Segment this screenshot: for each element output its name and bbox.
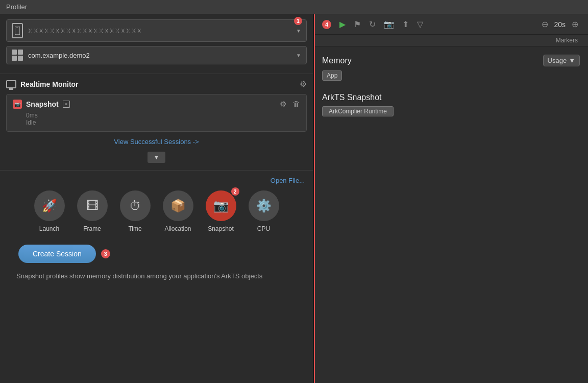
description-text: Snapshot profiles show memory distributi… — [8, 271, 305, 281]
frame-label: Frame — [83, 225, 101, 232]
toolbar-badge: 4 — [322, 20, 331, 29]
monitor-icon — [6, 80, 16, 88]
snapshot-time: 0ms — [26, 112, 300, 119]
allocation-icon: 📦 — [163, 190, 193, 221]
time-control: ⊖ 20s ⊕ — [540, 19, 580, 30]
arkts-section: ArkTS Snapshot ArkComplier Runtime — [322, 93, 580, 116]
app-badge-label: App — [322, 70, 342, 81]
allocation-label: Allocation — [164, 225, 191, 232]
dropdown-button[interactable]: ▼ — [148, 152, 166, 163]
memory-title: Memory — [322, 56, 352, 65]
markers-row: Markers — [314, 35, 588, 46]
view-sessions-link[interactable]: View Successful Sessions -> — [6, 138, 307, 146]
refresh-icon[interactable]: ↻ — [367, 18, 378, 30]
memory-section: Memory Usage ▼ App — [322, 55, 580, 81]
frame-icon: 🎞 — [77, 190, 108, 221]
open-file-link[interactable]: Open File... — [271, 177, 305, 184]
snapshot-profile-label: Snapshot — [208, 225, 234, 232]
snapshot-row: 📷 Snapshot ≡ ⚙ 🗑 — [13, 100, 300, 109]
profile-item-time[interactable]: ⏱ Time — [120, 190, 151, 232]
device-icon — [12, 23, 23, 38]
snapshot-settings-icon[interactable]: ⚙ — [280, 100, 286, 109]
cpu-icon: ⚙️ — [249, 190, 279, 221]
dropdown-btn-row: ▼ — [6, 152, 307, 163]
snapshot-item: 📷 Snapshot ≡ ⚙ 🗑 0ms Idle — [6, 94, 307, 132]
cpu-label: CPU — [257, 225, 270, 232]
filter-icon[interactable]: ▽ — [415, 18, 425, 30]
app-icon — [12, 50, 23, 61]
left-panel: XXXXXXXXXXXXXXXXXXXXX ▼ 1 com.example.de… — [0, 14, 314, 383]
arkts-badge: ArkComplier Runtime — [322, 106, 394, 116]
profile-item-allocation[interactable]: 📦 Allocation — [163, 190, 193, 232]
snapshot-left: 📷 Snapshot ≡ — [13, 100, 70, 109]
snapshot-camera-icon: 📷 — [13, 100, 22, 109]
realtime-header: Realtime Monitor ⚙ — [6, 79, 307, 89]
create-session-button[interactable]: Create Session — [18, 245, 96, 263]
flag-icon[interactable]: ⚑ — [352, 18, 363, 30]
toolbar: 4 ▶ ⚑ ↻ 📷 ⬆ ▽ ⊖ 20s ⊕ — [314, 14, 588, 35]
snapshot-meta: 0ms Idle — [13, 112, 300, 126]
profile-item-snapshot[interactable]: 📷 Snapshot 2 — [206, 190, 236, 232]
app-badge: App — [322, 70, 580, 81]
app-title: Profiler — [6, 3, 27, 11]
launch-icon: 🚀 — [34, 190, 65, 221]
app-chevron-icon: ▼ — [296, 53, 301, 58]
snapshot-actions: ⚙ 🗑 — [280, 100, 300, 109]
snapshot-delete-icon[interactable]: 🗑 — [292, 100, 300, 109]
time-icon: ⏱ — [120, 190, 151, 221]
profile-section: Open File... 🚀 Launch 🎞 Frame ⏱ Time 📦 — [0, 171, 313, 383]
svg-rect-1 — [16, 28, 18, 28]
play-icon[interactable]: ▶ — [337, 18, 348, 30]
timeline-area: Memory Usage ▼ App ArkTS Snapshot ArkCom… — [314, 46, 588, 383]
device-chevron-icon: ▼ — [296, 28, 301, 34]
camera-icon[interactable]: 📷 — [382, 18, 396, 30]
profile-item-launch[interactable]: 🚀 Launch — [34, 190, 65, 232]
time-value: 20s — [554, 20, 566, 29]
snapshot-doc-icon: ≡ — [63, 101, 70, 108]
snapshot-status: Idle — [26, 119, 300, 126]
right-panel: 4 ▶ ⚑ ↻ 📷 ⬆ ▽ ⊖ 20s ⊕ Markers Memory — [314, 14, 588, 383]
launch-label: Launch — [39, 225, 59, 232]
timeline-separator — [314, 14, 315, 383]
usage-chevron-icon: ▼ — [569, 57, 575, 64]
realtime-title-text: Realtime Monitor — [20, 80, 79, 88]
memory-header: Memory Usage ▼ — [322, 55, 580, 66]
realtime-title: Realtime Monitor — [6, 80, 79, 88]
usage-dropdown[interactable]: Usage ▼ — [543, 55, 580, 66]
app-selector[interactable]: com.example.demo2 ▼ — [6, 46, 307, 64]
arkts-title: ArkTS Snapshot — [322, 93, 580, 102]
title-bar: Profiler — [0, 0, 588, 14]
realtime-settings-icon[interactable]: ⚙ — [300, 79, 307, 89]
app-name: com.example.demo2 — [28, 52, 296, 59]
realtime-monitor-section: Realtime Monitor ⚙ 📷 Snapshot ≡ ⚙ 🗑 — [0, 74, 313, 171]
share-icon[interactable]: ⬆ — [400, 18, 411, 30]
device-section: XXXXXXXXXXXXXXXXXXXXX ▼ 1 com.example.de… — [0, 14, 313, 74]
time-plus-icon[interactable]: ⊕ — [570, 19, 580, 30]
create-session-badge: 3 — [101, 249, 110, 258]
profile-grid: 🚀 Launch 🎞 Frame ⏱ Time 📦 Allocation 📷 — [8, 190, 305, 232]
usage-label: Usage — [548, 57, 567, 64]
time-label: Time — [128, 225, 141, 232]
profile-item-frame[interactable]: 🎞 Frame — [77, 190, 108, 232]
snapshot-profile-badge: 2 — [231, 187, 239, 196]
create-session-row: Create Session 3 — [8, 245, 305, 263]
time-minus-icon[interactable]: ⊖ — [540, 19, 550, 30]
device-selector[interactable]: XXXXXXXXXXXXXXXXXXXXX ▼ 1 — [6, 19, 307, 42]
open-file-row: Open File... — [8, 177, 305, 184]
device-name: XXXXXXXXXXXXXXXXXXXXX — [28, 27, 296, 35]
markers-label: Markers — [556, 37, 580, 44]
profile-item-cpu[interactable]: ⚙️ CPU — [249, 190, 279, 232]
device-badge: 1 — [294, 17, 302, 25]
snapshot-profile-icon: 📷 — [206, 190, 236, 221]
snapshot-label: Snapshot — [26, 100, 59, 108]
